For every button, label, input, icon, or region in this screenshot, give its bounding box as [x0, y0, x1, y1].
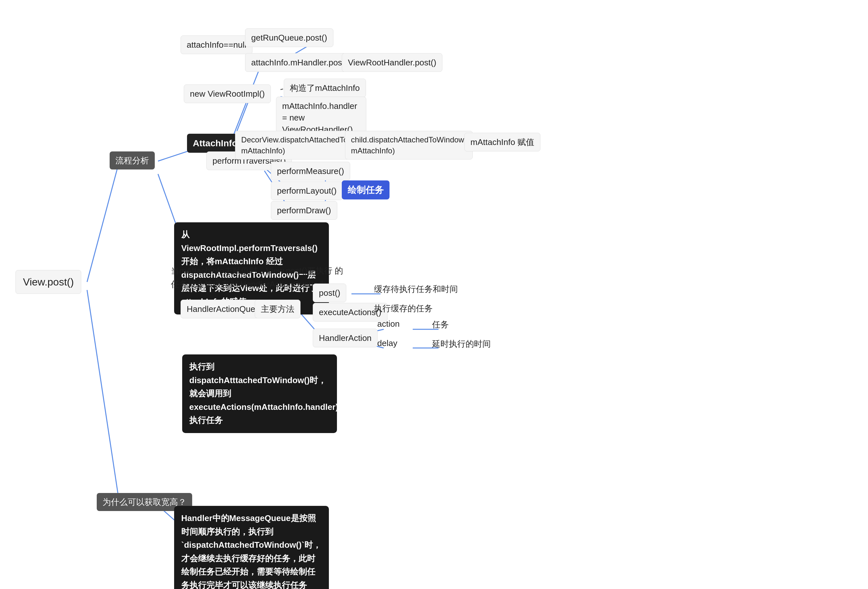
- zhizhi-renwu-node: 绘制任务: [342, 180, 390, 199]
- delay-label-text: 延时执行的时间: [432, 338, 491, 350]
- delay-label-node: 延时执行的时间: [432, 338, 491, 350]
- perform-measure-node: performMeasure(): [271, 162, 350, 180]
- exec-cached-task-label: 执行缓存的任务: [374, 303, 433, 314]
- exec-cached-task-node: 执行缓存的任务: [374, 303, 433, 314]
- cache-task-node: 缓存待执行任务和时间: [374, 284, 458, 295]
- liucheng-label: 流程分析: [110, 152, 155, 169]
- viewroot-handler-label: ViewRootHandler.post(): [342, 53, 442, 72]
- new-viewrootimpl-node: new ViewRootImpl(): [184, 84, 271, 103]
- child-dispatch-node: child.dispatchAttachedToWindow( mAttachI…: [364, 131, 454, 159]
- action-field-node: action: [377, 319, 400, 329]
- viewroot-handler-node: ViewRootHandler.post(): [342, 53, 442, 72]
- svg-line-1: [87, 290, 119, 503]
- main-methods-label: 主要方法: [255, 300, 301, 318]
- handler-action-node: HandlerAction: [313, 329, 378, 348]
- task-label-text: 任务: [432, 319, 449, 330]
- cache-task-label: 缓存待执行任务和时间: [374, 284, 458, 295]
- delay-field-label: delay: [377, 338, 397, 348]
- zhizhi-renwu-label: 绘制任务: [342, 180, 390, 199]
- black-note-2-node: 执行到 dispatchAtttachedToWindow()时，就会调用到 e…: [171, 355, 348, 433]
- constructed-attachinfo-node: 构造了mAttachInfo: [284, 79, 366, 97]
- perform-layout-node: performLayout(): [271, 181, 343, 200]
- attachinfo-null-label: attachInfo==null: [180, 35, 252, 54]
- getrunqueue-label: getRunQueue.post(): [245, 28, 334, 47]
- attach-handler-node: attachInfo.mHandler.post(): [245, 53, 356, 72]
- perform-measure-label: performMeasure(): [271, 162, 350, 180]
- constructed-label: 构造了mAttachInfo: [284, 79, 366, 97]
- post-method-node: post(): [313, 284, 346, 302]
- getrunqueue-node: getRunQueue.post(): [245, 28, 334, 47]
- delay-field-node: delay: [377, 338, 397, 348]
- liucheng-node: 流程分析: [110, 152, 155, 169]
- post-method-label: post(): [313, 284, 346, 302]
- action-field-label: action: [377, 319, 400, 329]
- svg-line-0: [87, 161, 119, 282]
- attach-handler-label: attachInfo.mHandler.post(): [245, 53, 356, 72]
- handler-action-label: HandlerAction: [313, 329, 378, 348]
- black-note-2-label: 执行到 dispatchAtttachedToWindow()时，就会调用到 e…: [182, 355, 337, 433]
- root-label: View.post(): [15, 270, 81, 294]
- main-methods-node: 主要方法: [255, 300, 301, 318]
- child-dispatch-label: child.dispatchAttachedToWindow( mAttachI…: [345, 131, 473, 159]
- new-viewrootimpl-label: new ViewRootImpl(): [184, 84, 271, 103]
- task-label-node: 任务: [432, 319, 449, 330]
- mattachinfo-assign-label: mAttachInfo 赋值: [464, 133, 540, 152]
- black-note-3-node: Handler中的MessageQueue是按照时间顺序执行的，执行到`disp…: [155, 506, 348, 589]
- perform-draw-label: performDraw(): [271, 201, 337, 220]
- root-node: View.post(): [13, 271, 84, 293]
- mindmap-canvas: View.post() 流程分析 为什么可以获取宽高？ attachInfo==…: [0, 0, 868, 589]
- perform-layout-label: performLayout(): [271, 181, 343, 200]
- mattachinfo-assign-node: mAttachInfo 赋值: [464, 133, 540, 152]
- decorview-dispatch-node: DecorView.dispatchAttachedToWindow( mAtt…: [264, 131, 355, 159]
- perform-draw-node: performDraw(): [271, 201, 337, 220]
- black-note-3-label: Handler中的MessageQueue是按照时间顺序执行的，执行到`disp…: [174, 506, 329, 589]
- attachinfo-null-node: attachInfo==null: [180, 35, 252, 54]
